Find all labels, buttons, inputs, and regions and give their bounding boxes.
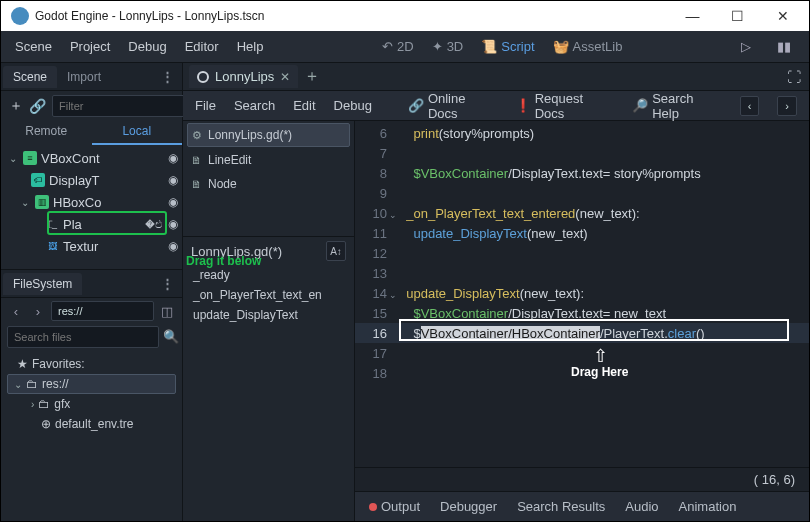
script-item-lineedit[interactable]: 🗎 LineEdit xyxy=(183,148,354,172)
fs-res-root[interactable]: ⌄ 🗀 res:// xyxy=(7,374,176,394)
bottom-search-results[interactable]: Search Results xyxy=(517,499,605,514)
label: Output xyxy=(381,499,420,514)
fs-folder-gfx[interactable]: › 🗀 gfx xyxy=(7,394,176,414)
request-docs-button[interactable]: ❗ Request Docs xyxy=(515,91,614,121)
visibility-icon[interactable]: ◉ xyxy=(168,151,178,165)
node-label: HBoxCo xyxy=(53,195,162,210)
tab-scene[interactable]: Scene xyxy=(3,66,57,88)
tree-node-displaytext[interactable]: 🏷 DisplayT ◉ xyxy=(5,169,178,191)
link-button[interactable]: 🔗 xyxy=(29,95,46,117)
code-line[interactable]: 6 print(story%prompts) xyxy=(355,123,809,143)
script-menu-search[interactable]: Search xyxy=(234,98,275,113)
play-button[interactable]: ▷ xyxy=(741,39,759,54)
mode-script[interactable]: 📜 Script xyxy=(481,39,534,54)
fs-search-icon[interactable]: 🔍 xyxy=(163,326,179,346)
fs-path-field[interactable]: res:// xyxy=(51,301,154,321)
mode-2d[interactable]: ↶ 2D xyxy=(382,39,414,54)
tree-node-playertext[interactable]: ⌶_ Pla �එ ◉ xyxy=(5,213,178,235)
tab-filesystem[interactable]: FileSystem xyxy=(3,273,82,295)
code-line[interactable]: 9 xyxy=(355,183,809,203)
tree-node-vboxcontainer[interactable]: ⌄ ≡ VBoxCont ◉ xyxy=(5,147,178,169)
menu-scene[interactable]: Scene xyxy=(15,39,52,54)
bottom-animation[interactable]: Animation xyxy=(679,499,737,514)
code-line[interactable]: 14⌄ update_DisplayText(new_text): xyxy=(355,283,809,303)
method-update-displaytext[interactable]: update_DisplayText xyxy=(183,305,354,325)
bottom-debugger[interactable]: Debugger xyxy=(440,499,497,514)
distraction-free-icon[interactable]: ⛶ xyxy=(787,69,809,85)
fs-label: default_env.tre xyxy=(55,417,134,431)
dock-options-icon[interactable]: ⋮ xyxy=(153,69,182,84)
remote-tab[interactable]: Remote xyxy=(1,121,92,145)
search-help-button[interactable]: 🔎 Search Help xyxy=(632,91,722,121)
code-editor[interactable]: ⇧ Drag Here 6 print(story%prompts)78 $VB… xyxy=(355,121,809,467)
fs-file-defaultenv[interactable]: ⊕ default_env.tre xyxy=(7,414,176,434)
mode-2d-label: 2D xyxy=(397,39,414,54)
add-node-button[interactable]: ＋ xyxy=(9,95,23,117)
bottom-audio[interactable]: Audio xyxy=(625,499,658,514)
tab-label: LonnyLips xyxy=(215,69,274,84)
nav-back-button[interactable]: ‹ xyxy=(740,96,760,116)
code-line[interactable]: 13 xyxy=(355,263,809,283)
tab-import[interactable]: Import xyxy=(57,66,111,88)
node-label: VBoxCont xyxy=(41,151,162,166)
visibility-icon[interactable]: ◉ xyxy=(168,173,178,187)
menu-debug[interactable]: Debug xyxy=(128,39,166,54)
fs-favorites[interactable]: ★ Favorites: xyxy=(7,354,176,374)
fs-pathbar: ‹ › res:// ◫ xyxy=(1,298,182,324)
visibility-icon[interactable]: ◉ xyxy=(168,217,178,231)
code-line[interactable]: 15 $VBoxContainer/DisplayText.text= new_… xyxy=(355,303,809,323)
collapse-icon[interactable]: ⌄ xyxy=(9,153,19,164)
tree-node-hboxcontainer[interactable]: ⌄ ▥ HBoxCo ◉ xyxy=(5,191,178,213)
visibility-icon[interactable]: ◉ xyxy=(168,239,178,253)
visibility-icon[interactable]: ◉ xyxy=(168,195,178,209)
path-split-button[interactable]: ◫ xyxy=(158,301,176,321)
script-menu-debug[interactable]: Debug xyxy=(334,98,372,113)
bottom-panel: Output Debugger Search Results Audio Ani… xyxy=(355,491,809,521)
tree-node-texture[interactable]: 🖼 Textur ◉ xyxy=(5,235,178,257)
fs-dock-tabs: FileSystem ⋮ xyxy=(1,270,182,298)
sort-methods-button[interactable]: A↕ xyxy=(326,241,346,261)
mode-3d[interactable]: ✦ 3D xyxy=(432,39,464,54)
code-line[interactable]: 10⌄ _on_PlayerText_text_entered(new_text… xyxy=(355,203,809,223)
method-ready[interactable]: _ready xyxy=(183,265,354,285)
script-menu-edit[interactable]: Edit xyxy=(293,98,315,113)
dock-options-icon[interactable]: ⋮ xyxy=(153,276,182,291)
collapse-icon[interactable]: ⌄ xyxy=(21,197,31,208)
fs-search-input[interactable] xyxy=(7,326,159,348)
path-back-button[interactable]: ‹ xyxy=(7,301,25,321)
window-maximize-button[interactable]: ☐ xyxy=(715,1,760,31)
script-item-node[interactable]: 🗎 Node xyxy=(183,172,354,196)
star-icon: ★ xyxy=(17,357,28,371)
mode-assetlib[interactable]: 🧺 AssetLib xyxy=(553,39,623,54)
signal-icon[interactable]: �එ xyxy=(145,218,162,231)
pause-button[interactable]: ▮▮ xyxy=(777,39,795,54)
code-line[interactable]: 7 xyxy=(355,143,809,163)
code-line[interactable]: 12 xyxy=(355,243,809,263)
bottom-output[interactable]: Output xyxy=(369,499,420,514)
add-tab-button[interactable]: ＋ xyxy=(304,66,320,87)
window-titlebar: Godot Engine - LonnyLips - LonnyLips.tsc… xyxy=(1,1,809,31)
path-fwd-button[interactable]: › xyxy=(29,301,47,321)
code-line[interactable]: 16 $VBoxContainer/HBoxContainer/PlayerTe… xyxy=(355,323,809,343)
method-on-playertext[interactable]: _on_PlayerText_text_en xyxy=(183,285,354,305)
online-docs-button[interactable]: 🔗 Online Docs xyxy=(408,91,497,121)
label: Request Docs xyxy=(535,91,614,121)
local-tab[interactable]: Local xyxy=(92,121,183,145)
expand-icon[interactable]: › xyxy=(31,399,34,410)
script-tab-lonnylips[interactable]: LonnyLips ✕ xyxy=(189,65,298,88)
close-tab-icon[interactable]: ✕ xyxy=(280,70,290,84)
scene-filter-input[interactable] xyxy=(52,95,204,117)
window-minimize-button[interactable]: — xyxy=(670,1,715,31)
script-item-lonnylips[interactable]: ⚙ LonnyLips.gd(*) xyxy=(187,123,350,147)
code-line[interactable]: 17 xyxy=(355,343,809,363)
script-menu-file[interactable]: File xyxy=(195,98,216,113)
menu-project[interactable]: Project xyxy=(70,39,110,54)
menu-editor[interactable]: Editor xyxy=(185,39,219,54)
menu-help[interactable]: Help xyxy=(237,39,264,54)
window-close-button[interactable]: ✕ xyxy=(760,1,805,31)
collapse-icon[interactable]: ⌄ xyxy=(14,379,22,390)
code-line[interactable]: 11 update_DisplayText(new_text) xyxy=(355,223,809,243)
label: Search Help xyxy=(652,91,722,121)
nav-fwd-button[interactable]: › xyxy=(777,96,797,116)
code-line[interactable]: 8 $VBoxContainer/DisplayText.text= story… xyxy=(355,163,809,183)
